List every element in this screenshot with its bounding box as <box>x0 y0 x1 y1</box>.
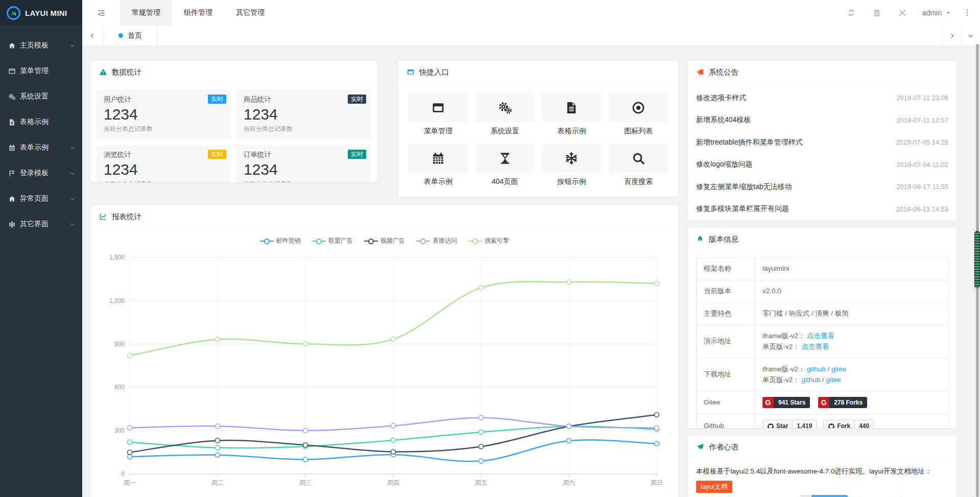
window-outline-icon <box>8 67 16 75</box>
announcement-time: 2019-06-17 11:55 <box>896 183 948 191</box>
download-line1-prefix: iframe版-v2： <box>762 365 805 373</box>
warning-triangle-icon <box>99 68 107 76</box>
top-nav: 常规管理组件管理其它管理 <box>120 0 276 26</box>
download-github-link[interactable]: github <box>802 376 821 384</box>
demo-iframe-link[interactable]: 点击查看 <box>807 332 834 340</box>
quick-entry-item[interactable]: 按钮示例 <box>542 144 602 186</box>
legend-label: 直接访问 <box>433 236 457 245</box>
svg-text:周六: 周六 <box>563 479 575 486</box>
sidebar-menu: 主页模板菜单管理系统设置表格示例表单示例登录模板异常页面其它界面 <box>0 26 82 237</box>
stat-label: 商品统计 <box>244 95 364 104</box>
github-fork-widget[interactable]: Fork 440 <box>823 420 874 428</box>
top-nav-tab[interactable]: 其它管理 <box>224 0 276 26</box>
gitee-forks-badge[interactable]: G 278 Forks <box>818 397 867 408</box>
demo-links-cell: iframe版-v2： 点击查看 单页版-v2： 点击查看 <box>755 325 948 358</box>
quick-entry-item[interactable]: 表格示例 <box>542 93 602 136</box>
github-star-widget[interactable]: Star 1,419 <box>762 420 817 428</box>
calendar-icon <box>8 144 16 152</box>
sidebar-item[interactable]: 登录模板 <box>0 160 82 186</box>
fire-icon <box>696 235 704 243</box>
tab-scroll-left-button[interactable] <box>82 26 103 45</box>
quick-entry-item[interactable]: 百度搜索 <box>609 144 668 186</box>
sidebar-item[interactable]: 表格示例 <box>0 109 82 135</box>
tab-operations-button[interactable] <box>961 26 980 45</box>
top-actions: admin <box>839 0 980 26</box>
quick-entry-label: 表格示例 <box>542 127 602 136</box>
user-dropdown[interactable]: admin <box>915 9 959 17</box>
announcement-row: 修复多模块菜单栏展开有问题2019-06-13 14:53 <box>696 198 948 221</box>
tab-scroll-right-button[interactable] <box>942 26 961 45</box>
sidebar-item[interactable]: 其它界面 <box>0 211 82 237</box>
stat-card: 商品统计1234当前分类总记录数实时 <box>236 89 371 139</box>
chevron-down-icon <box>69 221 76 227</box>
demo-spa-link[interactable]: 点击查看 <box>802 343 829 350</box>
sidebar-item[interactable]: 异常页面 <box>0 186 82 211</box>
stat-value: 1234 <box>244 161 364 178</box>
table-row: Gitee G 941 Stars G 278 Forks <box>697 391 948 414</box>
download-gitee-link[interactable]: gitee <box>831 365 846 373</box>
announcement-time: 2019-07-05 14:28 <box>896 138 948 146</box>
refresh-button[interactable] <box>839 0 864 26</box>
refresh-icon <box>847 9 855 17</box>
stat-card: 用户统计1234当前分类总记录数实时 <box>97 89 231 139</box>
more-menu-button[interactable] <box>959 0 976 26</box>
octocat-icon <box>828 423 835 428</box>
collapse-sidebar-button[interactable] <box>82 0 120 26</box>
legend-item[interactable]: 直接访问 <box>416 236 457 245</box>
announcements-header: 系统公告 <box>688 61 957 84</box>
join-qq-group-badge[interactable]: 加入QQ群 <box>800 495 848 497</box>
stat-label: 订单统计 <box>244 150 364 159</box>
announcements-list: 修改选项卡样式2019-07-11 23:06新增系统404模板2019-07-… <box>688 84 957 220</box>
window-icon <box>431 101 445 115</box>
quick-entry-icon-box <box>409 144 468 173</box>
scrollbar-thumb[interactable] <box>974 231 980 288</box>
announcement-time: 2019-06-13 14:53 <box>896 205 948 213</box>
gears-icon <box>8 93 16 101</box>
top-nav-tab[interactable]: 常规管理 <box>120 0 172 26</box>
download-github-link[interactable]: github <box>807 365 826 373</box>
legend-item[interactable]: 搜索引擎 <box>468 236 509 245</box>
sidebar-item[interactable]: 表单示例 <box>0 135 82 160</box>
main-content: 数据统计 用户统计1234当前分类总记录数实时商品统计1234当前分类总记录数实… <box>82 45 980 497</box>
sidebar-item[interactable]: 菜单管理 <box>0 58 82 84</box>
version-label: Gitee <box>697 391 755 414</box>
quick-entry-item[interactable]: 菜单管理 <box>409 93 468 136</box>
chevron-down-icon <box>69 170 76 176</box>
table-row: Github Star 1,419 Fork 440 <box>697 414 948 428</box>
quick-entry-icon-box <box>609 144 668 173</box>
svg-text:周五: 周五 <box>475 479 487 486</box>
svg-text:周日: 周日 <box>651 479 663 486</box>
quick-entry-item[interactable]: 图标列表 <box>609 93 668 136</box>
legend-label: 视频广告 <box>380 236 405 245</box>
gitee-stars-badge[interactable]: G 941 Stars <box>762 397 810 408</box>
username: admin <box>922 9 942 17</box>
quick-entry-item[interactable]: 系统设置 <box>475 93 535 136</box>
quick-entry-label: 系统设置 <box>475 127 535 136</box>
tab-home[interactable]: 首页 <box>103 26 158 45</box>
quick-entry-item[interactable]: 404页面 <box>475 144 535 186</box>
github-fork-label: Fork <box>837 421 850 428</box>
sidebar-item[interactable]: 系统设置 <box>0 84 82 109</box>
clear-cache-button[interactable] <box>864 0 890 26</box>
quick-entry-item[interactable]: 表单示例 <box>409 144 468 186</box>
layui-doc-badge[interactable]: layui文档 <box>696 481 732 493</box>
fullscreen-button[interactable] <box>890 0 915 26</box>
svg-text:600: 600 <box>114 384 125 391</box>
report-card-header: 报表统计 <box>91 205 678 228</box>
legend-marker-icon <box>468 238 482 244</box>
announcement-text: 修复左侧菜单缩放tab无法移动 <box>696 182 792 192</box>
chevron-down-icon <box>967 32 974 39</box>
line-chart-icon <box>99 212 107 221</box>
sidebar-item[interactable]: 主页模板 <box>0 33 82 58</box>
sidebar-item-label: 表单示例 <box>20 143 69 152</box>
legend-item[interactable]: 视频广告 <box>364 236 405 245</box>
download-gitee-link[interactable]: gitee <box>826 376 841 384</box>
legend-item[interactable]: 联盟广告 <box>312 236 353 245</box>
logo[interactable]: LAYUI MINI <box>0 0 82 26</box>
stat-desc: 当前分类总记录数 <box>104 125 224 133</box>
legend-item[interactable]: 邮件营销 <box>260 236 301 245</box>
announcement-text: 新增treetable插件和菜单管理样式 <box>696 138 802 147</box>
top-nav-tab[interactable]: 组件管理 <box>172 0 224 26</box>
version-label: 演示地址 <box>697 325 755 358</box>
svg-text:900: 900 <box>114 341 125 348</box>
